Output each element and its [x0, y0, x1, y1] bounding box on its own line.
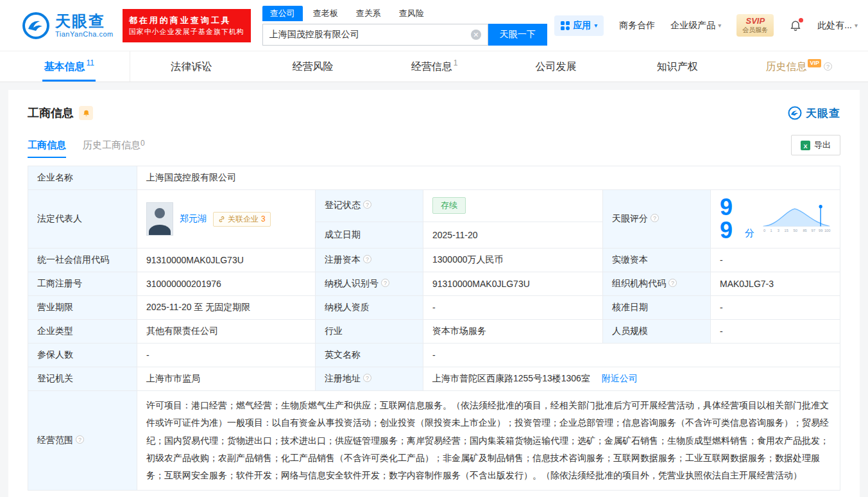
- tab-label: 知识产权: [657, 61, 698, 72]
- svip-membership[interactable]: SVIP 会员服务: [736, 14, 774, 37]
- tab-company-development[interactable]: 公司发展: [495, 51, 617, 82]
- industry-label: 行业: [316, 320, 423, 344]
- help-icon[interactable]: ?: [381, 279, 389, 287]
- top-nav-right: 应用 ▾ 商务合作 企业级产品 ▾ SVIP 会员服务 此处有... ▾: [554, 14, 858, 37]
- help-icon[interactable]: ?: [651, 214, 659, 222]
- tab-label: 公司发展: [535, 61, 576, 72]
- tab-label: 经营信息: [411, 61, 452, 72]
- business-info-card: 工商信息 天眼查 工商信息 历史工商信息0: [8, 90, 860, 497]
- enterprise-product-label: 企业级产品: [670, 20, 715, 31]
- nav-enterprise-product[interactable]: 企业级产品 ▾: [670, 20, 721, 31]
- nav-biz-cooperation[interactable]: 商务合作: [619, 20, 655, 31]
- link-icon: [218, 216, 225, 223]
- reg-status-label: 登记状态?: [316, 190, 423, 222]
- score-marker-dot: [819, 205, 822, 208]
- credit-code-value: 91310000MAK0JLG73U: [137, 248, 316, 272]
- legal-rep-photo[interactable]: [146, 202, 173, 236]
- chevron-down-icon: ▾: [855, 22, 858, 29]
- tab-basic-info[interactable]: 基本信息11: [8, 51, 130, 82]
- label-text: 天眼评分: [612, 213, 648, 223]
- score-value: 99: [720, 196, 742, 242]
- help-icon[interactable]: ?: [363, 255, 371, 263]
- tab-operation-info[interactable]: 经营信息1: [373, 51, 495, 82]
- legal-rep-label: 法定代表人: [28, 190, 137, 248]
- legal-rep-name-link[interactable]: 郑元湖: [180, 213, 207, 225]
- company-name-label: 企业名称: [28, 166, 137, 190]
- reg-status-value: 存续: [423, 190, 603, 222]
- tab-intellectual-property[interactable]: 知识产权: [617, 51, 738, 82]
- address-text: 上海市普陀区西康路1255号13楼1306室: [432, 373, 590, 383]
- legal-rep-cell: 郑元湖 关联企业 3: [137, 190, 316, 248]
- logo-en: TianYanCha.com: [55, 30, 114, 38]
- tab-label: 法律诉讼: [171, 61, 212, 72]
- svip-service-label: 会员服务: [742, 26, 768, 35]
- subscribe-bell-button[interactable]: [79, 106, 93, 120]
- subtab-history-business-info[interactable]: 历史工商信息0: [83, 139, 145, 158]
- label-text: 登记状态: [325, 200, 361, 210]
- paid-capital-value: -: [711, 248, 840, 272]
- tianyan-score-cell: 99 分 0 1 3 15 50: [711, 190, 840, 248]
- help-icon[interactable]: ?: [668, 279, 677, 287]
- table-row: 法定代表人 郑元湖 关联企业 3: [28, 190, 840, 222]
- paid-capital-label: 实缴资本: [603, 248, 711, 272]
- search-row: ✕ 天眼一下: [262, 24, 547, 46]
- svg-text:97: 97: [812, 229, 815, 232]
- establish-date-label: 成立日期: [316, 222, 423, 248]
- taxpayer-id-value: 91310000MAK0JLG73U: [423, 272, 603, 296]
- svg-text:1: 1: [770, 229, 772, 232]
- watermark-logo: 天眼查: [788, 106, 840, 121]
- bell-icon: [82, 109, 90, 118]
- establish-date-value: 2025-11-20: [423, 222, 603, 248]
- export-button[interactable]: X 导出: [791, 135, 840, 155]
- help-icon[interactable]: ?: [363, 200, 371, 209]
- staff-size-value: -: [711, 320, 840, 344]
- chevron-down-icon: ▾: [718, 22, 721, 29]
- svg-text:X: X: [803, 143, 807, 149]
- org-code-label: 组织机构代码?: [603, 272, 711, 296]
- table-row: 工商注册号 310000000201976 纳税人识别号? 91310000MA…: [28, 272, 840, 296]
- insured-count-label: 参保人数: [28, 344, 137, 367]
- nearby-companies-link[interactable]: 附近公司: [602, 373, 638, 383]
- score-unit: 分: [745, 227, 754, 240]
- company-name-value: 上海国茂控股有限公司: [137, 166, 840, 190]
- english-name-value: -: [423, 344, 840, 367]
- slogan-line2: 国家中小企业发展子基金旗下机构: [129, 26, 244, 37]
- tianyancha-logo[interactable]: 天眼查 TianYanCha.com: [22, 12, 114, 40]
- notifications-bell[interactable]: [789, 19, 802, 32]
- reg-capital-label: 注册资本?: [316, 248, 423, 272]
- status-badge: 存续: [432, 197, 466, 214]
- related-companies-tag[interactable]: 关联企业 3: [213, 212, 271, 227]
- svg-text:15: 15: [785, 229, 788, 232]
- table-row: 企业名称 上海国茂控股有限公司: [28, 166, 840, 190]
- search-tabs: 查公司 查老板 查关系 查风险: [262, 6, 547, 21]
- search-tab-boss[interactable]: 查老板: [305, 6, 346, 21]
- credit-code-label: 统一社会信用代码: [28, 248, 137, 272]
- company-type-value: 其他有限责任公司: [137, 320, 316, 344]
- tab-operation-risk[interactable]: 经营风险: [252, 51, 373, 82]
- search-tab-relation[interactable]: 查关系: [348, 6, 389, 21]
- org-code-value: MAK0JLG7-3: [711, 272, 840, 296]
- help-icon[interactable]: ?: [824, 62, 832, 71]
- apps-menu[interactable]: 应用 ▾: [554, 15, 604, 36]
- search-tab-company[interactable]: 查公司: [262, 6, 303, 21]
- reg-number-label: 工商注册号: [28, 272, 137, 296]
- help-icon[interactable]: ?: [76, 435, 84, 444]
- tab-history-info[interactable]: 历史信息VIP?: [738, 51, 860, 82]
- help-icon[interactable]: ?: [363, 374, 371, 382]
- reg-address-value: 上海市普陀区西康路1255号13楼1306室 附近公司: [423, 367, 840, 391]
- search-input[interactable]: [269, 30, 471, 40]
- clear-search-icon[interactable]: ✕: [471, 30, 481, 40]
- user-name: 此处有...: [817, 20, 852, 31]
- vip-tag: VIP: [808, 59, 821, 67]
- tab-label: 基本信息: [44, 61, 85, 72]
- subtab-business-info[interactable]: 工商信息: [28, 139, 66, 158]
- apps-grid-icon: [561, 21, 570, 30]
- search-tab-risk[interactable]: 查风险: [391, 6, 432, 21]
- user-account-menu[interactable]: 此处有... ▾: [817, 20, 858, 31]
- tab-legal-litigation[interactable]: 法律诉讼: [130, 51, 251, 82]
- tab-count: 11: [86, 58, 94, 67]
- table-row: 统一社会信用代码 91310000MAK0JLG73U 注册资本? 130000…: [28, 248, 840, 272]
- label-text: 经营范围: [37, 435, 73, 445]
- search-button[interactable]: 天眼一下: [488, 24, 547, 46]
- svg-text:85: 85: [803, 229, 807, 232]
